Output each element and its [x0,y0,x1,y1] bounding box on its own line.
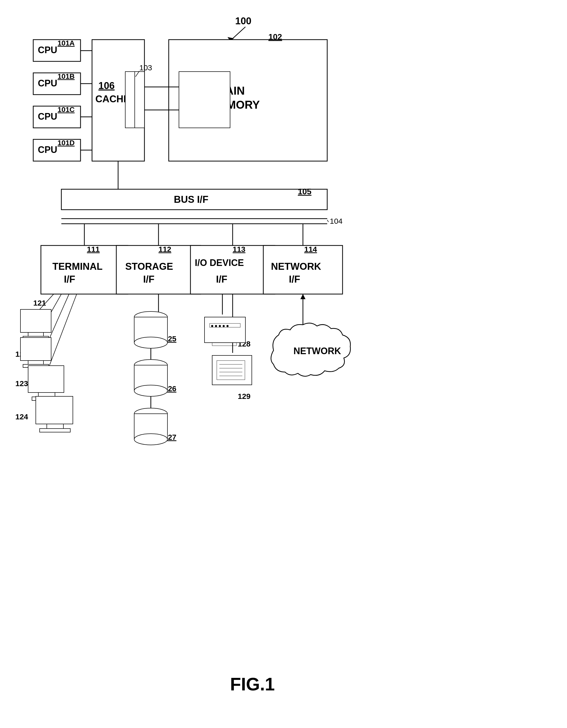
ref-105-label: 105 [298,187,311,196]
disk-126-bottom [134,385,167,396]
ref-114-label: 114 [304,245,317,253]
ref-121-label: 121 [33,299,46,307]
figure-title: FIG.1 [230,674,275,694]
io-device-if-label2: I/F [216,274,227,285]
cpu-101a-label: CPU [38,45,57,55]
device-129-body [212,355,252,385]
network-if-label1: NETWORK [271,261,321,272]
device-128-dot4 [223,325,225,327]
ref-101c: 101C [58,106,75,114]
ref-129-label: 129 [238,392,251,400]
cpu-101c-label: CPU [38,111,57,122]
storage-if-label2: I/F [143,274,154,285]
ref-100-label: 100 [235,16,251,26]
ref-103-label: 103 [139,63,152,72]
io-device-if-label1: I/O DEVICE [195,257,244,268]
diagram-container: 100 CPU 101A CPU 101B CPU 101C CPU 101D … [0,0,567,728]
terminal-123-screen [28,366,64,393]
main-memory-inner-box [179,72,230,128]
ref-101d: 101D [58,139,75,147]
bus-if-label: BUS I/F [174,194,208,205]
network-label: NETWORK [293,346,341,356]
device-128-dot2 [215,325,217,327]
device-128-dot3 [219,325,221,327]
terminal-122-screen [20,338,51,361]
terminal-124-keyboard [40,429,70,432]
storage-if-label1: STORAGE [125,261,173,272]
disk-127-bottom [134,434,167,445]
terminal-121-base [28,332,43,336]
terminal-122-base [28,361,43,364]
cpu-101b-label: CPU [38,78,57,88]
network-if-label2: I/F [289,274,300,285]
ref-106-label: 106 [98,80,115,91]
device-128-body [205,317,245,343]
ref-101a: 101A [58,39,75,47]
cache-label: CACHE [95,94,130,104]
ref-113-label: 113 [233,245,245,253]
ref-112-label: 112 [158,245,171,253]
ref-124-label: 124 [15,412,28,421]
terminal-124-screen [36,396,73,424]
terminal-121-screen [20,309,51,332]
ref-101b: 101B [58,72,75,80]
device-128-dot5 [226,325,229,327]
ref-111-label: 111 [87,245,100,253]
ref-104-label: 104 [330,217,343,225]
ref-123-label: 123 [15,379,28,388]
terminal-if-label2: I/F [64,274,75,285]
cpu-101d-label: CPU [38,144,57,155]
terminal-124-base [47,424,63,429]
disk-125-bottom [134,337,167,348]
terminal-if-label1: TERMINAL [52,261,103,272]
device-128-dot1 [211,325,213,327]
ref-102-label: 102 [268,32,282,41]
